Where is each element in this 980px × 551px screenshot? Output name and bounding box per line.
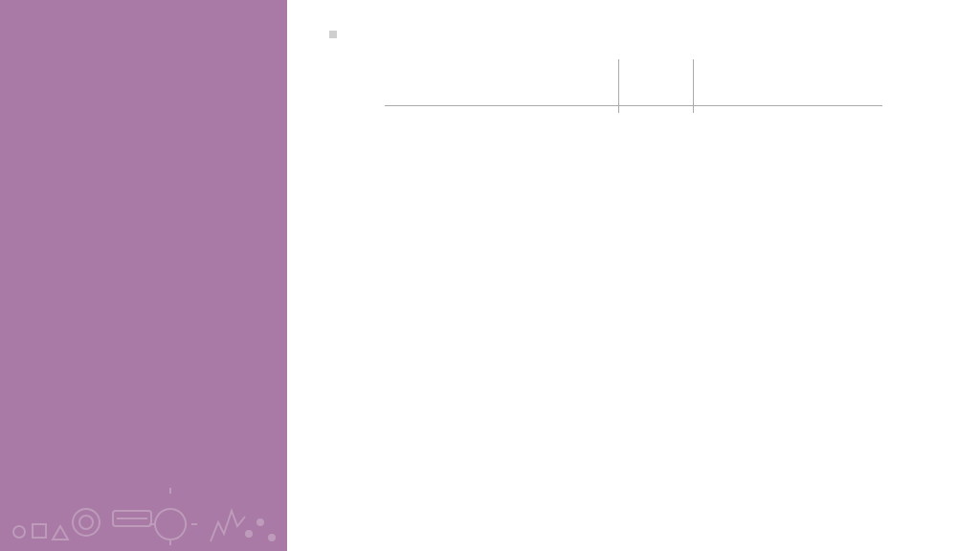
- svg-rect-1: [33, 524, 46, 538]
- sidebar: [0, 0, 287, 551]
- slide: [0, 0, 980, 551]
- svg-point-3: [79, 516, 93, 529]
- svg-point-7: [257, 519, 263, 525]
- sidebar-deco-icon: [0, 455, 287, 551]
- main-content: [287, 0, 980, 551]
- bullet-item: [325, 31, 942, 38]
- pareto-scatter-chart: [565, 247, 947, 534]
- svg-point-0: [13, 526, 25, 538]
- svg-point-8: [269, 535, 275, 540]
- svg-point-6: [246, 531, 252, 537]
- bullet-icon: [329, 31, 337, 38]
- sat-diagram: [385, 48, 882, 172]
- svg-point-2: [73, 509, 100, 536]
